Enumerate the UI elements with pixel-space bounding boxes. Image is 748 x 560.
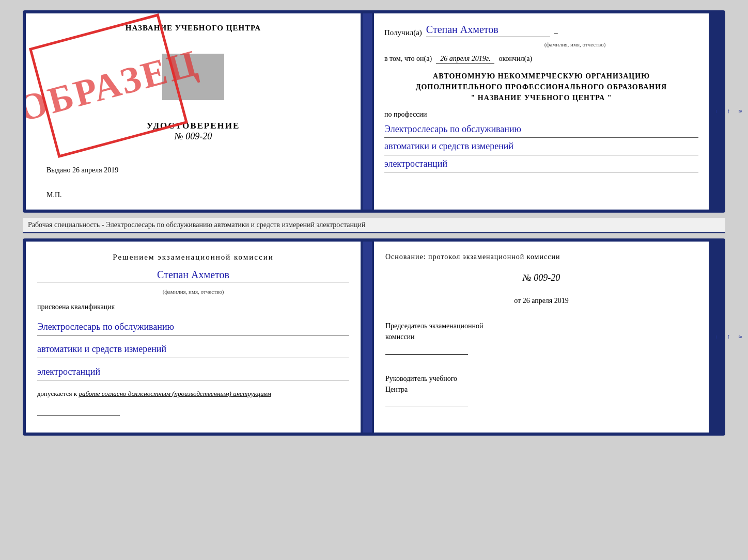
profession-line2: автоматики и средств измерений <box>384 138 698 155</box>
section-label: Рабочая специальность - Электрослесарь п… <box>23 218 725 233</box>
diploma-center-title: НАЗВАНИЕ УЧЕБНОГО ЦЕНТРА <box>126 24 261 33</box>
fio-hint-qual: (фамилия, имя, отчество) <box>37 289 349 295</box>
diploma-left-page: НАЗВАНИЕ УЧЕБНОГО ЦЕНТРА ОБРАЗЕЦ УДОСТОВ… <box>26 13 361 210</box>
rukovoditel-line1: Руководитель учебного <box>385 373 697 384</box>
profession-line1: Электрослесарь по обслуживанию <box>384 121 698 138</box>
resheniem-title: Решением экзаменационной комиссии <box>37 253 349 262</box>
chairman-signature <box>385 346 468 355</box>
dopusk-prefix: допускается к <box>37 390 77 397</box>
vtom-row: в том, что он(а) 26 апреля 2019г. окончи… <box>384 55 698 63</box>
qualification-book: Решением экзаменационной комиссии Степан… <box>23 238 725 436</box>
dopuskaetsya-block: допускается к работе согласно должностны… <box>37 390 349 398</box>
diploma-spine <box>363 13 372 210</box>
protocol-number: № 009-20 <box>385 273 697 283</box>
qual-signature-line <box>37 407 120 415</box>
qual-side-marks: и а ← – – – – <box>711 242 722 433</box>
chairman-block: Председатель экзаменационной комиссии <box>385 321 697 358</box>
ot-date: 26 апреля 2019 <box>523 297 569 305</box>
mp-line: М.П. <box>36 191 350 199</box>
qual-right-page: Основание: протокол экзаменационной коми… <box>374 242 709 433</box>
auto-line2: ДОПОЛНИТЕЛЬНОГО ПРОФЕССИОНАЛЬНОГО ОБРАЗО… <box>384 82 698 92</box>
fio-hint-diploma: (фамилия, имя, отчество) <box>451 41 698 47</box>
qual-line3: электростанций <box>37 363 349 380</box>
qual-spine <box>363 242 372 433</box>
chairman-line1: Председатель экзаменационной <box>385 321 697 331</box>
profession-line3: электростанций <box>384 155 698 172</box>
diploma-side-marks: и а ← – – – – <box>711 13 722 210</box>
qual-line1: Электрослесарь по обслуживанию <box>37 318 349 335</box>
auto-line1: АВТОНОМНУЮ НЕКОММЕРЧЕСКУЮ ОРГАНИЗАЦИЮ <box>384 71 698 82</box>
udostoverenie-block: УДОСТОВЕРЕНИЕ № 009-20 <box>147 121 240 142</box>
poluchil-name: Степан Ахметов <box>426 24 550 37</box>
vtom-prefix: в том, что он(а) <box>384 55 432 63</box>
udostoverenie-title: УДОСТОВЕРЕНИЕ <box>147 121 240 131</box>
osnovanie-block: Основание: протокол экзаменационной коми… <box>385 253 697 261</box>
dash1: – <box>554 29 558 37</box>
chairman-line2: комиссии <box>385 331 697 342</box>
rukovoditel-signature <box>385 399 468 407</box>
ot-label: от <box>514 297 521 305</box>
qual-line2: автоматики и средств измерений <box>37 341 349 358</box>
diploma-right-page: Получил(а) Степан Ахметов – (фамилия, им… <box>374 13 709 210</box>
qual-left-page: Решением экзаменационной комиссии Степан… <box>26 242 361 433</box>
prisvoyena: присвоена квалификация <box>37 303 349 311</box>
diploma-book: НАЗВАНИЕ УЧЕБНОГО ЦЕНТРА ОБРАЗЕЦ УДОСТОВ… <box>23 10 725 213</box>
auto-block: АВТОНОМНУЮ НЕКОММЕРЧЕСКУЮ ОРГАНИЗАЦИЮ ДО… <box>384 71 698 103</box>
profession-label: по профессии <box>384 110 698 119</box>
photo-placeholder <box>162 54 224 100</box>
vydano-label: Выдано <box>46 166 71 174</box>
dopusk-text: работе согласно должностным (производств… <box>79 390 271 397</box>
commission-name: Степан Ахметов <box>37 269 349 282</box>
vtom-date: 26 апреля 2019г. <box>436 55 494 63</box>
poluchil-prefix: Получил(а) <box>384 28 422 37</box>
vydano-line: Выдано 26 апреля 2019 <box>36 166 350 174</box>
okonchil: окончил(а) <box>498 55 532 63</box>
auto-line3: " НАЗВАНИЕ УЧЕБНОГО ЦЕНТРА " <box>384 92 698 103</box>
vydano-date: 26 апреля 2019 <box>72 166 118 174</box>
rukovoditel-line2: Центра <box>385 384 697 395</box>
ot-line: от 26 апреля 2019 <box>385 297 697 305</box>
profession-block: по профессии Электрослесарь по обслужива… <box>384 110 698 172</box>
rukovoditel-block: Руководитель учебного Центра <box>385 373 697 410</box>
document-container: НАЗВАНИЕ УЧЕБНОГО ЦЕНТРА ОБРАЗЕЦ УДОСТОВ… <box>23 10 725 436</box>
poluchil-row: Получил(а) Степан Ахметов – <box>384 24 698 37</box>
diploma-number: № 009-20 <box>147 131 240 142</box>
